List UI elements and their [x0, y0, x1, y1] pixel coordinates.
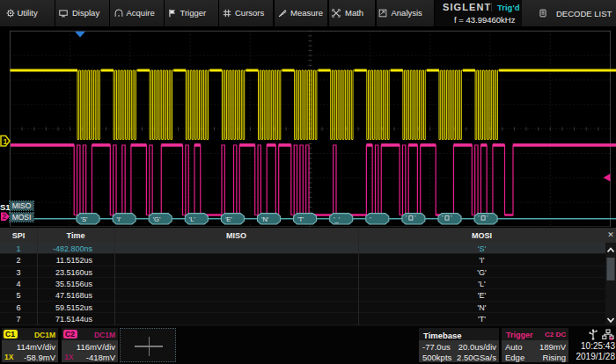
svg-text:1: 1 — [3, 137, 7, 146]
svg-text:'L': 'L' — [189, 215, 196, 223]
svg-text:'G': 'G' — [153, 215, 161, 223]
svg-text:2: 2 — [3, 212, 7, 221]
svg-text:'S': 'S' — [81, 215, 88, 223]
svg-text:'I': 'I' — [117, 215, 122, 223]
svg-text:'T': 'T' — [297, 215, 304, 223]
svg-text:'_': '_' — [334, 215, 341, 223]
svg-text:'N': 'N' — [261, 215, 269, 223]
svg-text:x: x — [609, 335, 612, 340]
svg-text:'E': 'E' — [225, 215, 232, 223]
